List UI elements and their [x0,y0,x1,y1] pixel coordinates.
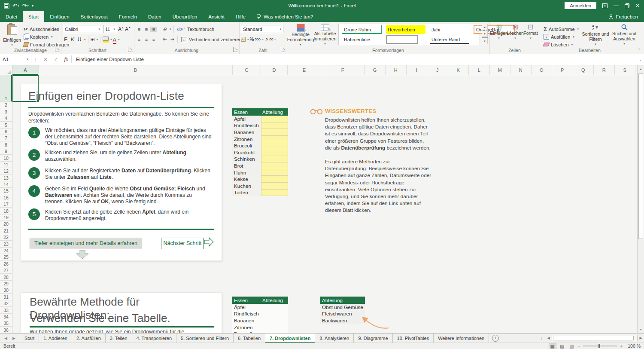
abteilung-input-cell[interactable] [261,169,288,176]
gallery-up-icon[interactable]: ▲ [482,24,488,30]
sheet-tab-2-ausf-llen[interactable]: 2. Ausfüllen [72,334,106,343]
zoom-in-icon[interactable]: + [620,343,623,349]
column-header-f[interactable]: F [321,65,365,75]
row-header-35[interactable]: 35 [0,320,12,327]
cell-style-chip-unterer-rand[interactable]: Unterer Rand [430,35,469,44]
row-header-27[interactable]: 27 [0,267,12,274]
abteilung-input-cell[interactable] [261,183,288,190]
food-cell[interactable]: Schinken [232,156,261,163]
autosum-button[interactable]: ΣAutoSumme▾ [542,26,580,32]
row-header-17[interactable]: 17 [0,201,12,208]
abteilung-input-cell[interactable] [261,129,288,136]
row-header-18[interactable]: 18 [0,208,12,214]
sheet-canvas[interactable]: Einfügen einer Dropdown-Liste Dropdownli… [12,75,637,333]
column-header-b[interactable]: B [39,65,233,75]
column-header-l[interactable]: L [469,65,490,75]
find-select-button[interactable]: Suchen und Auswählen▾ [611,24,638,46]
bold-button[interactable]: F [63,37,69,43]
food-cell[interactable]: Grünkohl [232,149,261,156]
close-button[interactable]: ✕ [635,3,640,9]
sheet-tab-8-analysieren[interactable]: 8. Analysieren [315,334,354,343]
cut-button[interactable]: ✂Ausschneiden [22,26,61,32]
column-header-m[interactable]: M [490,65,511,75]
column-header-i[interactable]: I [407,65,428,75]
next-step-button[interactable]: Nächster Schritt [161,238,204,249]
percent-style-icon[interactable]: % [250,37,254,42]
sign-in-button[interactable]: Anmelden [565,2,596,9]
row-header-28[interactable]: 28 [0,274,12,280]
menu-tab-seitenlayout[interactable]: Seitenlayout [75,11,113,22]
orientation-icon[interactable]: ab [161,25,169,33]
sheet-tab-3-teilen[interactable]: 3. Teilen [106,334,132,343]
paste-button[interactable]: Einfügen▾ [3,24,21,48]
collapse-ribbon-icon[interactable]: ⌃ [638,48,641,52]
abteilung-input-cell[interactable] [261,116,288,122]
column-header-n[interactable]: N [510,65,532,75]
expand-formula-bar-icon[interactable]: ⌄ [638,57,644,61]
gallery-down-icon[interactable]: ▼ [482,31,488,37]
sheet-tab-weitere-informationen[interactable]: Weitere Informationen [434,334,489,343]
scroll-down-icon[interactable]: ▼ [638,326,644,333]
clear-button[interactable]: Löschen▾ [542,42,574,48]
copy-button[interactable]: Kopieren▾ [22,34,54,40]
decrease-indent-icon[interactable]: ⇤ [161,37,168,42]
food-cell[interactable]: Kekse [232,176,261,183]
row-header-21[interactable]: 21 [0,227,12,234]
format-as-table-button[interactable]: Als Tabelle formatieren▾ [313,24,337,46]
delete-cells-button[interactable]: ⊠Löschen▾ [507,24,523,41]
conditional-formatting-button[interactable]: Bedingte Formatierung▾ [289,24,312,47]
column-header-p[interactable]: P [552,65,573,75]
align-center-icon[interactable]: ≡ [143,37,149,42]
food-cell[interactable]: Äpfel [232,116,261,122]
abteilung-value-cell[interactable]: Obst und Gemüse [320,304,363,310]
header-essen[interactable]: Essen [232,110,261,115]
number-dialog-launcher[interactable]: ↘ [281,47,286,52]
abteilung-input-cell[interactable] [261,190,288,196]
vertical-scrollbar[interactable]: ▲ ▼ [637,65,644,333]
abteilung-input-cell[interactable] [261,142,288,149]
share-button[interactable]: Freigeben [608,11,644,22]
normal-view-icon[interactable]: ▦ [549,343,556,349]
food-cell[interactable]: Broccoli [232,142,261,149]
cell-style-chip-boxed[interactable] [386,35,418,44]
row-header-25[interactable]: 25 [0,254,12,260]
select-all-corner[interactable] [0,65,12,75]
sheet-tab-7-dropdownlisten[interactable]: 7. Dropdownlisten [265,334,315,343]
hscroll-left-icon[interactable]: ◀ [545,334,552,343]
insert-function-icon[interactable]: fx [61,56,71,63]
font-color-button[interactable]: A [113,36,116,43]
grow-font-icon[interactable]: A▲ [118,26,124,32]
row-header-19[interactable]: 19 [0,214,12,221]
row-header-26[interactable]: 26 [0,260,12,267]
increase-decimal-icon[interactable]: ←.0 [261,38,268,41]
abteilung-input-cell[interactable] [261,176,288,183]
row-header-24[interactable]: 24 [0,248,12,254]
italic-button[interactable]: K [70,37,76,43]
fill-button[interactable]: ↓Ausfüllen▾ [542,34,576,40]
align-right-icon[interactable]: ≡ [150,37,157,42]
scroll-up-icon[interactable]: ▲ [638,65,644,73]
row-header-12[interactable]: 12 [0,168,12,174]
next-sheet-icon[interactable]: ▶ [12,336,15,340]
font-size-combo[interactable]: 11▾ [103,25,117,33]
food-cell[interactable]: Kuchen [232,183,261,190]
food-cell[interactable]: Rindfleisch [232,311,288,318]
row-header-29[interactable]: 29 [0,281,12,287]
formula-bar-splitter[interactable]: ⋮ [31,57,40,62]
row-header-36[interactable]: 36 [0,327,12,333]
abteilung-input-cell[interactable] [261,122,288,129]
cell-style-chip-gr-ne-rahm[interactable]: Grüne Rahm... [342,25,382,34]
borders-icon[interactable]: ⊞ [91,37,95,42]
abteilung-input-cell[interactable] [261,149,288,156]
tab-splitter[interactable]: ⋮ [538,334,545,343]
column-header-g[interactable]: G [365,65,386,75]
wrap-text-button[interactable]: ab↵Textumbruch [176,26,216,32]
header-abteilung[interactable]: Abteilung [261,298,283,303]
row-header-14[interactable]: 14 [0,181,12,188]
accounting-format-icon[interactable]: € [241,37,246,42]
number-format-combo[interactable]: Standard▾ [241,25,283,33]
abteilung-value-cell[interactable]: Backwaren [320,318,347,324]
cell-style-chip-hervorheben[interactable]: Hervorheben [386,25,425,34]
row-header-5[interactable]: 5 [0,122,12,128]
column-header-a[interactable]: A [12,65,39,75]
